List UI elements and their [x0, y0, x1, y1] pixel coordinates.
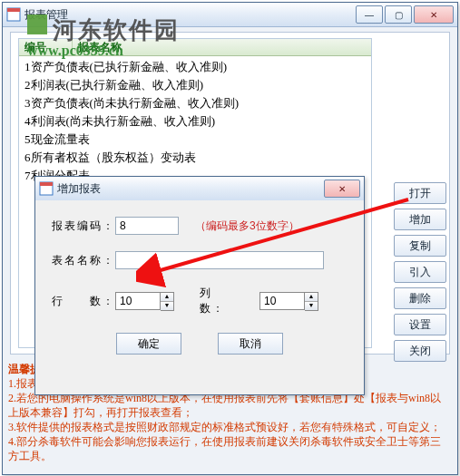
- dialog-close-button[interactable]: ✕: [324, 180, 360, 198]
- list-body[interactable]: 1资产负债表(已执行新金融、收入准则) 2利润表(已执行新金融、收入准则) 3资…: [19, 56, 371, 187]
- close-button[interactable]: 关闭: [394, 340, 446, 362]
- copy-button[interactable]: 复制: [394, 235, 446, 257]
- cols-down-icon[interactable]: ▼: [305, 302, 318, 310]
- tip-line: 4.部分杀毒软件可能会影响您报表运行，在使用报表前建议关闭杀毒软件或安全卫士等第…: [8, 434, 450, 463]
- cols-spinner[interactable]: ▲▼: [259, 292, 318, 311]
- main-titlebar[interactable]: 报表管理 — ▢ ✕: [3, 3, 457, 27]
- list-header: 编号 报表名称: [19, 39, 371, 56]
- import-button[interactable]: 引入: [394, 261, 446, 283]
- cancel-button[interactable]: 取消: [218, 333, 283, 355]
- main-title: 报表管理: [24, 7, 354, 23]
- rows-up-icon[interactable]: ▲: [161, 293, 173, 302]
- code-hint: （编码最多3位数字）: [195, 219, 299, 234]
- open-button[interactable]: 打开: [394, 182, 446, 204]
- dialog-icon: [39, 181, 54, 196]
- list-item[interactable]: 3资产负债表(尚未执行新金融、收入准则): [19, 94, 371, 112]
- cols-up-icon[interactable]: ▲: [305, 293, 318, 302]
- rows-input[interactable]: [115, 292, 161, 310]
- rows-label: 行 数：: [52, 294, 115, 309]
- dialog-title: 增加报表: [57, 181, 322, 197]
- add-button[interactable]: 增加: [394, 209, 446, 230]
- svg-rect-3: [40, 182, 53, 186]
- add-report-dialog: 增加报表 ✕ 报表编码： （编码最多3位数字） 表名名称： 行 数： ▲▼ 列 …: [34, 176, 365, 395]
- name-label: 表名名称：: [52, 253, 115, 268]
- delete-button[interactable]: 删除: [394, 287, 446, 309]
- name-input[interactable]: [115, 251, 324, 269]
- window-close-button[interactable]: ✕: [414, 5, 454, 24]
- header-name[interactable]: 报表名称: [73, 39, 127, 55]
- tip-line: 3.软件提供的报表格式是按照财政部规定的标准格式预设好，若您有特殊格式，可自定义…: [8, 420, 450, 434]
- list-item[interactable]: 1资产负债表(已执行新金融、收入准则): [19, 58, 371, 76]
- rows-spinner[interactable]: ▲▼: [115, 292, 174, 311]
- header-index[interactable]: 编号: [19, 39, 73, 55]
- list-item[interactable]: 4利润表(尚未执行新金融、收入准则): [19, 112, 371, 131]
- code-input[interactable]: [115, 217, 179, 235]
- dialog-body: 报表编码： （编码最多3位数字） 表名名称： 行 数： ▲▼ 列 数： ▲▼ 确…: [35, 200, 364, 394]
- side-buttons: 打开 增加 复制 引入 删除 设置 关闭: [394, 182, 448, 366]
- cols-input[interactable]: [259, 292, 305, 310]
- svg-rect-1: [7, 8, 20, 12]
- settings-button[interactable]: 设置: [394, 314, 446, 335]
- maximize-button[interactable]: ▢: [385, 5, 412, 24]
- minimize-button[interactable]: —: [356, 5, 383, 24]
- cols-label: 列 数：: [200, 286, 259, 316]
- dialog-titlebar[interactable]: 增加报表 ✕: [35, 177, 364, 201]
- list-item[interactable]: 6所有者权益（股东权益）变动表: [19, 149, 371, 167]
- rows-down-icon[interactable]: ▼: [161, 302, 173, 310]
- code-label: 报表编码：: [52, 219, 115, 234]
- list-item[interactable]: 2利润表(已执行新金融、收入准则): [19, 76, 371, 94]
- app-icon: [6, 7, 21, 22]
- ok-button[interactable]: 确定: [116, 333, 181, 355]
- list-item[interactable]: 5现金流量表: [19, 131, 371, 149]
